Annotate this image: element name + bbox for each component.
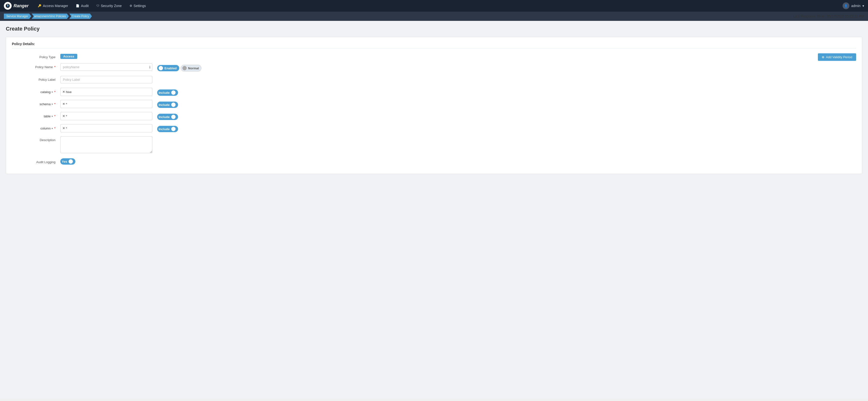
resource-type-label-table: table xyxy=(44,114,51,118)
audit-logging-toggle-circle xyxy=(68,159,73,164)
user-avatar-icon: 👤 xyxy=(843,2,849,9)
breadcrumb-item-create-policy[interactable]: Create Policy xyxy=(69,13,92,19)
tag-remove-icon[interactable]: ✕ xyxy=(62,126,65,130)
policy-label-row: Policy Label xyxy=(12,76,856,83)
breadcrumb-item-service-manager[interactable]: Service Manager xyxy=(4,13,31,19)
resource-row-column: column ▾*✕*Include xyxy=(12,124,856,132)
tag: ✕* xyxy=(62,114,67,118)
resource-row-schema: schema ▾*✕*Include xyxy=(12,100,856,108)
resource-include-toggle-schema[interactable]: Include xyxy=(157,102,178,108)
resource-include-toggle-group-catalog: Include xyxy=(157,88,178,96)
tag-text: * xyxy=(66,102,67,106)
include-toggle-circle xyxy=(171,103,176,107)
policy-type-label: Policy Type xyxy=(12,53,60,59)
resource-type-dropdown-table[interactable]: table ▾ xyxy=(44,114,53,118)
clock-icon: ⊕ xyxy=(822,55,825,59)
nav-item-access-manager[interactable]: 🔑 Access Manager xyxy=(34,2,71,10)
policy-name-field: ℹ xyxy=(60,63,152,71)
resource-type-label-schema: schema xyxy=(39,102,51,106)
resource-include-toggle-column[interactable]: Include xyxy=(157,126,178,132)
tag-text: hive xyxy=(66,90,72,94)
policy-name-input-wrapper: ℹ xyxy=(60,63,152,71)
last-response-value: 06/17/2022 05:22:12 PM xyxy=(827,14,864,18)
resource-include-toggle-table[interactable]: Include xyxy=(157,114,178,120)
enabled-toggle-circle xyxy=(159,66,163,70)
page-title: Create Policy xyxy=(6,26,862,32)
navbar: Ranger 🔑 Access Manager 📄 Audit 🛡 Securi… xyxy=(0,0,868,12)
breadcrumb-item-policies[interactable]: amazonemrtrino Policies xyxy=(32,13,69,19)
last-response-label: Last Response Time : xyxy=(793,14,826,18)
resource-include-toggle-catalog[interactable]: Include xyxy=(157,89,178,96)
user-menu[interactable]: 👤 admin ▾ xyxy=(843,2,864,9)
policy-name-row: Policy Name * ℹ Enabled Normal xyxy=(12,63,856,71)
security-zone-icon: 🛡 xyxy=(96,4,99,7)
tag-remove-icon[interactable]: ✕ xyxy=(62,90,65,93)
nav-label-audit: Audit xyxy=(81,4,89,8)
audit-logging-label: Audit Logging xyxy=(12,158,60,164)
audit-logging-row: Audit Logging Yes xyxy=(12,158,856,165)
tag-text: * xyxy=(66,126,67,130)
user-dropdown-arrow: ▾ xyxy=(862,4,864,8)
resource-type-label-catalog: catalog xyxy=(40,90,51,94)
policy-name-toggles: Enabled Normal xyxy=(157,63,202,71)
policy-type-row: Policy Type Access ⊕ Add Validity Period xyxy=(12,53,856,59)
normal-toggle-circle xyxy=(182,66,187,70)
resource-required-star-table: * xyxy=(54,114,56,118)
tag-text: * xyxy=(66,114,67,118)
audit-logging-field: Yes xyxy=(60,158,152,165)
chevron-down-icon: ▾ xyxy=(52,103,53,106)
tag: ✕hive xyxy=(62,90,72,94)
nav-item-security-zone[interactable]: 🛡 Security Zone xyxy=(93,2,125,10)
audit-logging-yes-toggle[interactable]: Yes xyxy=(60,158,75,165)
chevron-down-icon: ▾ xyxy=(52,91,53,93)
tag-remove-icon[interactable]: ✕ xyxy=(62,102,65,106)
tag: ✕* xyxy=(62,102,67,106)
normal-toggle[interactable]: Normal xyxy=(181,65,202,71)
tag-remove-icon[interactable]: ✕ xyxy=(62,114,65,118)
description-textarea[interactable] xyxy=(60,136,152,153)
resource-label-area-schema: schema ▾* xyxy=(12,102,60,106)
description-field xyxy=(60,136,152,154)
policy-label-label: Policy Label xyxy=(12,76,60,82)
resource-required-star-schema: * xyxy=(54,102,56,106)
resource-include-toggle-group-column: Include xyxy=(157,124,178,132)
policy-name-input[interactable] xyxy=(60,63,152,71)
resource-tag-input-schema[interactable]: ✕* xyxy=(60,100,152,108)
nav-item-settings[interactable]: ⚙ Settings xyxy=(126,2,149,10)
ranger-logo-icon xyxy=(4,2,11,10)
policy-label-input[interactable] xyxy=(60,76,152,83)
resource-label-area-column: column ▾* xyxy=(12,126,60,130)
resource-type-dropdown-column[interactable]: column ▾ xyxy=(40,126,53,130)
resource-tag-input-column[interactable]: ✕* xyxy=(60,124,152,132)
add-validity-period-button[interactable]: ⊕ Add Validity Period xyxy=(818,53,856,61)
info-icon: ℹ xyxy=(149,65,150,69)
resource-type-dropdown-catalog[interactable]: catalog ▾ xyxy=(40,90,53,94)
section-title: Policy Details: xyxy=(12,42,856,49)
nav-label-access-manager: Access Manager xyxy=(43,4,68,8)
resource-rows: catalog ▾*✕hiveInclude schema ▾*✕*Includ… xyxy=(12,88,856,132)
form-card: Policy Details: Policy Type Access ⊕ Add… xyxy=(6,37,862,174)
resource-tag-input-catalog[interactable]: ✕hive xyxy=(60,88,152,96)
include-label: Include xyxy=(159,127,170,131)
brand-logo[interactable]: Ranger xyxy=(4,2,29,10)
resource-label-area-table: table ▾* xyxy=(12,114,60,118)
resource-tag-input-table[interactable]: ✕* xyxy=(60,112,152,120)
policy-name-label: Policy Name * xyxy=(12,63,60,69)
nav-label-security-zone: Security Zone xyxy=(101,4,122,8)
resource-include-toggle-group-schema: Include xyxy=(157,100,178,108)
include-toggle-circle xyxy=(171,115,176,119)
resource-row-table: table ▾*✕*Include xyxy=(12,112,856,120)
policy-type-field: Access xyxy=(60,54,152,58)
nav-item-audit[interactable]: 📄 Audit xyxy=(72,2,92,10)
resource-label-area-catalog: catalog ▾* xyxy=(12,90,60,94)
nav-items: 🔑 Access Manager 📄 Audit 🛡 Security Zone… xyxy=(34,2,843,10)
resource-required-star-column: * xyxy=(54,126,56,130)
include-toggle-circle xyxy=(171,90,176,95)
resource-type-dropdown-schema[interactable]: schema ▾ xyxy=(39,102,53,106)
resource-required-star-catalog: * xyxy=(54,90,56,94)
policy-name-required: * xyxy=(54,65,56,69)
enabled-toggle[interactable]: Enabled xyxy=(157,65,179,71)
tag: ✕* xyxy=(62,126,67,130)
breadcrumb: Service Manager amazonemrtrino Policies … xyxy=(4,13,92,19)
nav-label-settings: Settings xyxy=(134,4,146,8)
